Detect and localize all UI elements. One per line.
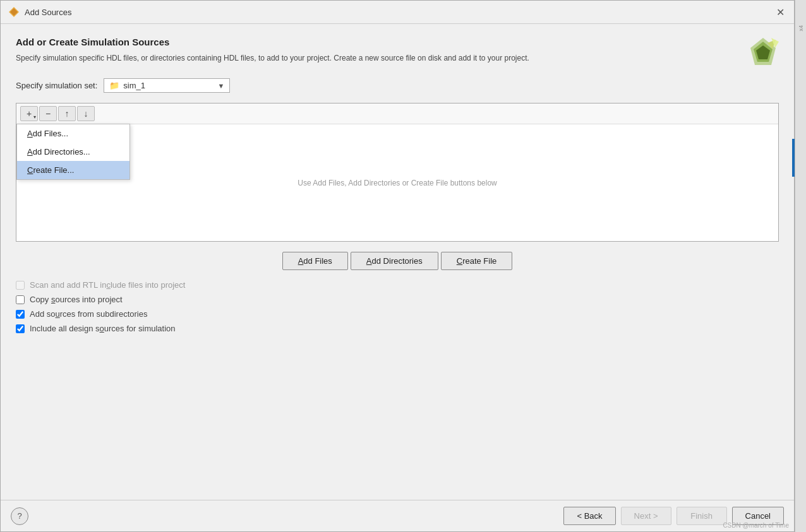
question-mark-icon: ? xyxy=(17,511,21,521)
copy-sources-label: Copy sources into project xyxy=(30,295,123,304)
dialog-content: Add or Create Simulation Sources Specify… xyxy=(1,24,794,500)
plus-icon: + xyxy=(27,109,32,119)
action-buttons-row: Add Files Add Directories Create File xyxy=(16,252,779,270)
sim-set-dropdown[interactable]: 📁 sim_1 ▼ xyxy=(104,78,230,93)
finish-button[interactable]: Finish xyxy=(677,507,727,525)
move-down-button[interactable]: ↓ xyxy=(77,106,95,121)
header-text-block: Add or Create Simulation Sources Specify… xyxy=(16,37,737,64)
add-files-button[interactable]: Add Files xyxy=(282,252,348,270)
scan-rtl-checkbox[interactable] xyxy=(16,281,25,290)
window-title: Add Sources xyxy=(25,8,71,17)
vivado-logo xyxy=(747,37,779,68)
copy-sources-checkbox[interactable] xyxy=(16,295,25,304)
include-design-checkbox[interactable] xyxy=(16,324,25,333)
title-bar-left: Add Sources xyxy=(8,6,71,18)
dialog-window: Add Sources ✕ Add or Create Simulation S… xyxy=(0,0,795,532)
checkbox-row-scan-rtl: Scan and add RTL include files into proj… xyxy=(16,280,779,290)
right-strip: x4 xyxy=(795,0,806,532)
menu-item-create-file[interactable]: Create File... xyxy=(17,161,129,179)
sim-set-label: Specify simulation set: xyxy=(16,81,97,90)
sim-set-row: Specify simulation set: 📁 sim_1 ▼ xyxy=(16,78,779,93)
menu-item-create-file-label: Create File... xyxy=(27,165,74,175)
menu-item-add-files[interactable]: Add Files... xyxy=(17,124,129,143)
checkbox-row-include-design: Include all design sources for simulatio… xyxy=(16,324,779,333)
header-section: Add or Create Simulation Sources Specify… xyxy=(16,37,779,68)
menu-item-add-files-label: Add Files... xyxy=(27,129,68,138)
bottom-bar: ? < Back Next > Finish Cancel xyxy=(1,500,794,531)
watermark: CSDN @march of Time xyxy=(723,522,789,529)
menu-item-add-directories-label: Add Directories... xyxy=(27,147,90,157)
title-bar: Add Sources ✕ xyxy=(1,1,794,24)
header-title: Add or Create Simulation Sources xyxy=(16,37,737,47)
help-button[interactable]: ? xyxy=(11,507,28,525)
menu-item-add-directories[interactable]: Add Directories... xyxy=(17,143,129,161)
checkboxes-section: Scan and add RTL include files into proj… xyxy=(16,280,779,333)
scan-rtl-label: Scan and add RTL include files into proj… xyxy=(30,280,185,290)
strip-label: x4 xyxy=(798,25,804,32)
move-up-button[interactable]: ↑ xyxy=(58,106,76,121)
back-button[interactable]: < Back xyxy=(563,507,615,525)
sim-set-value: sim_1 xyxy=(123,81,145,90)
file-area: Use Add Files, Add Directories or Create… xyxy=(16,124,778,241)
header-description: Specify simulation specific HDL files, o… xyxy=(16,52,584,64)
add-subdirs-label: Add sources from subdirectories xyxy=(30,309,147,319)
close-button[interactable]: ✕ xyxy=(774,6,786,18)
create-file-button[interactable]: Create File xyxy=(441,252,513,270)
next-button[interactable]: Next > xyxy=(621,507,671,525)
toolbar: + ▾ − ↑ ↓ Add Files... xyxy=(16,103,778,124)
remove-button[interactable]: − xyxy=(39,106,57,121)
file-panel: + ▾ − ↑ ↓ Add Files... xyxy=(16,103,779,242)
arrow-down-icon: ↓ xyxy=(84,109,88,119)
checkbox-row-add-subdirs: Add sources from subdirectories xyxy=(16,309,779,319)
add-dropdown-menu: Add Files... Add Directories... Create F… xyxy=(16,124,130,180)
minus-icon: − xyxy=(45,109,51,119)
folder-icon: 📁 xyxy=(109,81,119,90)
chevron-down-icon: ▼ xyxy=(217,82,224,90)
arrow-up-icon: ↑ xyxy=(65,109,69,119)
add-subdirs-checkbox[interactable] xyxy=(16,310,25,319)
add-directories-button[interactable]: Add Directories xyxy=(351,252,438,270)
vivado-title-icon xyxy=(8,6,20,18)
blue-accent-bar xyxy=(792,139,795,177)
file-area-hint: Use Add Files, Add Directories or Create… xyxy=(298,179,496,187)
checkbox-row-copy-sources: Copy sources into project xyxy=(16,295,779,304)
add-button[interactable]: + ▾ xyxy=(20,106,38,121)
bottom-left: ? xyxy=(11,507,28,525)
include-design-label: Include all design sources for simulatio… xyxy=(30,324,176,333)
svg-marker-1 xyxy=(10,8,18,16)
dropdown-arrow-icon: ▾ xyxy=(33,114,36,120)
